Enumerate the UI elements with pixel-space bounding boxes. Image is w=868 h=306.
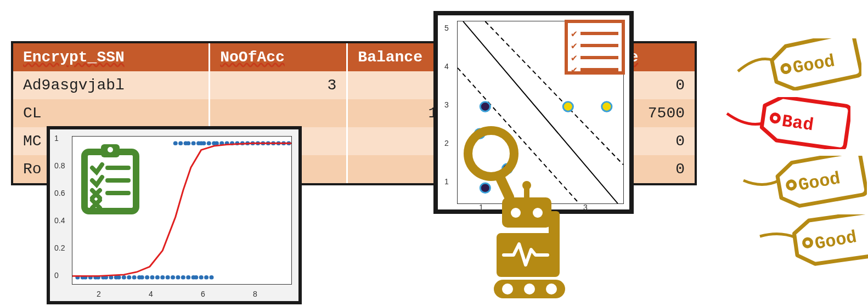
- svg-point-57: [108, 147, 113, 152]
- ytick: 2: [444, 139, 449, 148]
- classification-tags: Good Bad Good: [702, 38, 868, 267]
- svg-point-21: [171, 275, 175, 280]
- sigmoid-chart-panel: 1 0.8 0.6 0.4 0.2 0 2 4 6 8: [47, 126, 302, 304]
- ytick: 0.4: [54, 216, 65, 225]
- svg-point-11: [122, 275, 126, 280]
- ytick: 1: [444, 177, 449, 186]
- svg-point-93: [771, 114, 780, 122]
- svg-point-34: [191, 141, 196, 145]
- tag-good: Good: [735, 38, 868, 90]
- svg-point-22: [176, 275, 180, 280]
- svg-point-13: [132, 275, 137, 280]
- svg-point-37: [201, 141, 206, 145]
- xtick: 8: [253, 290, 257, 298]
- cell-noofacc: 3: [210, 71, 347, 99]
- svg-point-31: [178, 141, 183, 145]
- xtick: 6: [201, 290, 205, 298]
- svg-point-33: [186, 141, 190, 145]
- svg-point-79: [468, 131, 514, 177]
- svg-point-95: [803, 239, 812, 247]
- robot-magnifier-icon: [461, 126, 576, 304]
- ytick: 1: [54, 134, 59, 143]
- tag-bad: Bad: [724, 97, 868, 149]
- svg-point-24: [186, 275, 190, 280]
- svg-point-85: [522, 181, 531, 190]
- tag-good: Good: [741, 156, 868, 208]
- ytick: 0.8: [54, 161, 65, 170]
- cell-noofacc: [210, 99, 347, 127]
- svg-point-82: [511, 208, 521, 218]
- svg-point-12: [127, 275, 131, 280]
- clipboard-check-icon: [80, 143, 140, 217]
- ytick: 4: [444, 62, 449, 71]
- svg-point-16: [145, 275, 149, 280]
- xtick: 2: [97, 290, 101, 298]
- svg-point-19: [160, 275, 165, 280]
- svg-point-30: [173, 141, 178, 145]
- ytick: 0.2: [54, 243, 65, 252]
- svg-point-83: [533, 208, 543, 218]
- svg-point-26: [194, 275, 198, 280]
- svg-point-89: [502, 284, 513, 294]
- svg-point-27: [199, 275, 204, 280]
- col-encrypt-ssn: Encrypt_SSN: [12, 42, 210, 71]
- svg-point-10: [117, 275, 121, 280]
- svg-point-28: [204, 275, 208, 280]
- svg-rect-81: [502, 197, 551, 228]
- col-noofacc: NoOfAcc: [210, 42, 347, 71]
- svg-point-92: [781, 64, 791, 73]
- xtick: 3: [583, 203, 588, 212]
- svg-point-15: [140, 275, 144, 280]
- cell-ssn: Ad9asgvjabl: [12, 71, 210, 99]
- ytick: 0.6: [54, 189, 65, 197]
- svg-point-90: [524, 284, 535, 294]
- ytick: 3: [444, 100, 449, 109]
- svg-point-38: [207, 141, 211, 145]
- svg-point-17: [150, 275, 155, 280]
- svg-point-23: [181, 275, 185, 280]
- svg-point-94: [787, 180, 796, 189]
- svg-point-18: [155, 275, 160, 280]
- svg-point-29: [209, 275, 213, 280]
- checklist-badge-icon: ✔ ✔ ✔ ✔: [565, 20, 625, 75]
- xtick: 4: [149, 290, 153, 298]
- tag-good: Good: [757, 214, 868, 267]
- svg-point-91: [546, 284, 557, 294]
- svg-point-20: [166, 275, 170, 280]
- ytick: 5: [444, 24, 449, 32]
- tag-label: Bad: [781, 111, 815, 135]
- ytick: 0: [54, 271, 59, 280]
- cell-ssn: CL: [12, 99, 210, 127]
